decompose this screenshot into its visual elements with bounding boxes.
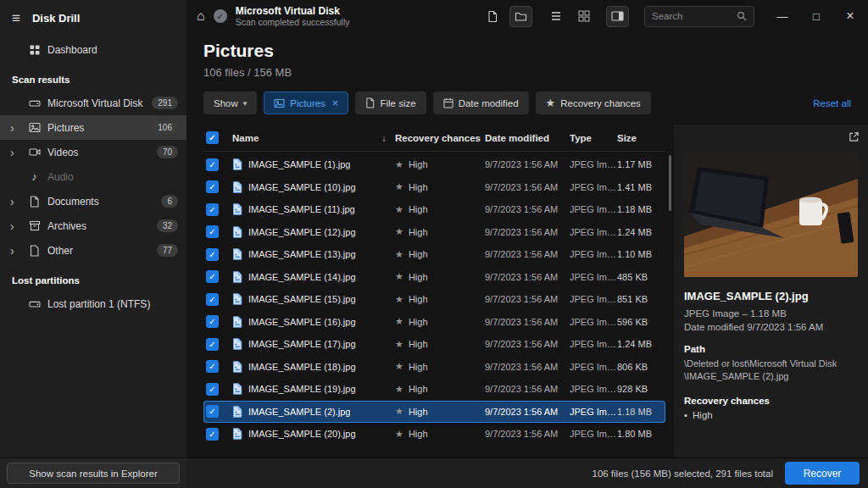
row-checkbox[interactable]: ✓ <box>206 315 219 328</box>
maximize-button[interactable]: □ <box>804 3 829 29</box>
recover-button[interactable]: Recover <box>785 462 860 485</box>
star-icon: ★ <box>395 204 403 215</box>
star-icon: ★ <box>395 429 403 440</box>
drive-icon <box>27 298 42 310</box>
file-row[interactable]: ✓IMAGE_SAMPLE (13).jpg★High9/7/2023 1:56… <box>203 243 665 266</box>
column-header-size[interactable]: Size <box>617 133 673 143</box>
file-size: 485 KB <box>617 272 665 282</box>
file-size-filter-chip[interactable]: File size <box>355 92 426 114</box>
date-modified: 9/7/2023 1:56 AM <box>485 294 570 304</box>
sidebar-item-documents[interactable]: ›Documents6 <box>0 189 186 214</box>
sidebar-item-lost-partition-1[interactable]: Lost partition 1 (NTFS) <box>0 291 186 316</box>
open-external-icon[interactable] <box>849 131 860 144</box>
file-size: 806 KB <box>617 362 665 372</box>
row-checkbox[interactable]: ✓ <box>206 293 219 306</box>
count-badge: 291 <box>152 97 178 109</box>
sidebar-item-other[interactable]: ›Other77 <box>0 238 186 263</box>
file-type: JPEG Im… <box>570 339 617 349</box>
row-checkbox[interactable]: ✓ <box>206 248 219 261</box>
chevron-right-icon[interactable]: › <box>10 219 21 233</box>
column-header-date[interactable]: Date modified <box>485 133 570 143</box>
column-header-recovery[interactable]: Recovery chances <box>395 133 485 143</box>
select-all-checkbox[interactable]: ✓ <box>206 131 219 144</box>
file-size-icon <box>365 97 375 108</box>
file-name: IMAGE_SAMPLE (18).jpg <box>248 362 356 372</box>
footer-left: Show scan results in Explorer <box>0 458 186 488</box>
column-header-type[interactable]: Type <box>570 133 617 143</box>
sidebar-item-microsoft-virtual-disk[interactable]: Microsoft Virtual Disk291 <box>0 91 186 115</box>
file-row[interactable]: ✓IMAGE_SAMPLE (16).jpg★High9/7/2023 1:56… <box>203 311 665 334</box>
open-folder-icon[interactable] <box>509 6 532 27</box>
date-modified: 9/7/2023 1:56 AM <box>485 204 570 214</box>
jpeg-file-icon <box>232 203 242 215</box>
star-icon: ★ <box>395 159 403 170</box>
close-icon[interactable]: × <box>332 97 339 109</box>
sidebar-item-audio[interactable]: ♪Audio <box>0 164 186 189</box>
jpeg-file-icon <box>232 406 242 418</box>
pictures-filter-chip[interactable]: Pictures × <box>264 92 348 114</box>
chevron-right-icon[interactable]: › <box>10 121 21 135</box>
row-checkbox[interactable]: ✓ <box>206 360 219 373</box>
home-icon[interactable]: ⌂ <box>197 8 205 24</box>
file-row[interactable]: ✓IMAGE_SAMPLE (1).jpg★High9/7/2023 1:56 … <box>203 153 665 176</box>
search-box <box>644 6 754 27</box>
recovery-chance: High <box>409 272 428 282</box>
file-size: 1.17 MB <box>617 159 665 169</box>
row-checkbox[interactable]: ✓ <box>206 225 219 238</box>
reset-all-link[interactable]: Reset all <box>813 98 851 108</box>
bullet-icon: • <box>684 410 687 420</box>
sidebar-item-dashboard[interactable]: Dashboard <box>0 37 186 62</box>
row-checkbox[interactable]: ✓ <box>206 203 219 216</box>
minimize-button[interactable]: — <box>770 3 795 29</box>
sidebar-item-archives[interactable]: ›Archives32 <box>0 214 186 238</box>
row-checkbox[interactable]: ✓ <box>206 158 219 171</box>
date-modified: 9/7/2023 1:56 AM <box>485 384 570 394</box>
file-name: IMAGE_SAMPLE (20).jpg <box>248 429 356 439</box>
sidebar-item-videos[interactable]: ›Videos70 <box>0 140 186 164</box>
file-row[interactable]: ✓IMAGE_SAMPLE (10).jpg★High9/7/2023 1:56… <box>203 176 665 199</box>
show-filter-dropdown[interactable]: Show ▾ <box>203 92 257 114</box>
file-size: 1.18 MB <box>617 407 665 417</box>
file-row[interactable]: ✓IMAGE_SAMPLE (14).jpg★High9/7/2023 1:56… <box>203 266 665 289</box>
file-row[interactable]: ✓IMAGE_SAMPLE (19).jpg★High9/7/2023 1:56… <box>203 378 665 401</box>
show-in-explorer-button[interactable]: Show scan results in Explorer <box>7 463 180 484</box>
file-row[interactable]: ✓IMAGE_SAMPLE (18).jpg★High9/7/2023 1:56… <box>203 356 665 379</box>
date-modified-filter-chip[interactable]: Date modified <box>433 92 529 114</box>
file-type: JPEG Im… <box>570 429 617 439</box>
jpeg-file-icon <box>232 181 242 193</box>
grid-view-icon[interactable] <box>572 6 595 27</box>
close-button[interactable]: × <box>837 3 863 29</box>
recovery-chances-filter-chip[interactable]: ★ Recovery chances <box>536 92 651 114</box>
file-row[interactable]: ✓IMAGE_SAMPLE (11).jpg★High9/7/2023 1:56… <box>203 198 665 221</box>
list-view-icon[interactable] <box>543 6 566 27</box>
preview-path-label: Path <box>684 344 858 354</box>
vertical-scrollbar[interactable] <box>669 155 671 211</box>
row-checkbox[interactable]: ✓ <box>206 270 219 283</box>
file-type: JPEG Im… <box>570 294 617 304</box>
row-checkbox[interactable]: ✓ <box>206 405 219 418</box>
preview-image[interactable] <box>684 153 858 277</box>
date-modified: 9/7/2023 1:56 AM <box>485 407 570 417</box>
preview-panel-icon[interactable] <box>606 6 629 27</box>
search-input[interactable] <box>652 11 732 21</box>
chevron-right-icon[interactable]: › <box>10 146 21 159</box>
chevron-right-icon[interactable]: › <box>10 195 21 208</box>
row-checkbox[interactable]: ✓ <box>206 180 219 193</box>
jpeg-file-icon <box>232 293 242 305</box>
menu-icon[interactable]: ≡ <box>12 11 20 25</box>
row-checkbox[interactable]: ✓ <box>206 338 219 351</box>
row-checkbox[interactable]: ✓ <box>206 383 219 396</box>
jpeg-file-icon <box>232 158 242 170</box>
sidebar-item-pictures[interactable]: ›Pictures106 <box>0 115 186 140</box>
file-row[interactable]: ✓IMAGE_SAMPLE (15).jpg★High9/7/2023 1:56… <box>203 288 665 311</box>
file-row[interactable]: ✓IMAGE_SAMPLE (2).jpg★High9/7/2023 1:56 … <box>203 401 665 424</box>
file-row[interactable]: ✓IMAGE_SAMPLE (12).jpg★High9/7/2023 1:56… <box>203 221 665 244</box>
date-modified: 9/7/2023 1:56 AM <box>485 317 570 327</box>
column-header-name[interactable]: Name ↓ <box>232 133 395 143</box>
row-checkbox[interactable]: ✓ <box>206 428 219 441</box>
chevron-right-icon[interactable]: › <box>10 244 21 258</box>
recovery-chance: High <box>409 159 428 169</box>
file-row[interactable]: ✓IMAGE_SAMPLE (20).jpg★High9/7/2023 1:56… <box>203 423 665 446</box>
file-row[interactable]: ✓IMAGE_SAMPLE (17).jpg★High9/7/2023 1:56… <box>203 333 665 356</box>
new-file-icon[interactable] <box>481 6 504 27</box>
